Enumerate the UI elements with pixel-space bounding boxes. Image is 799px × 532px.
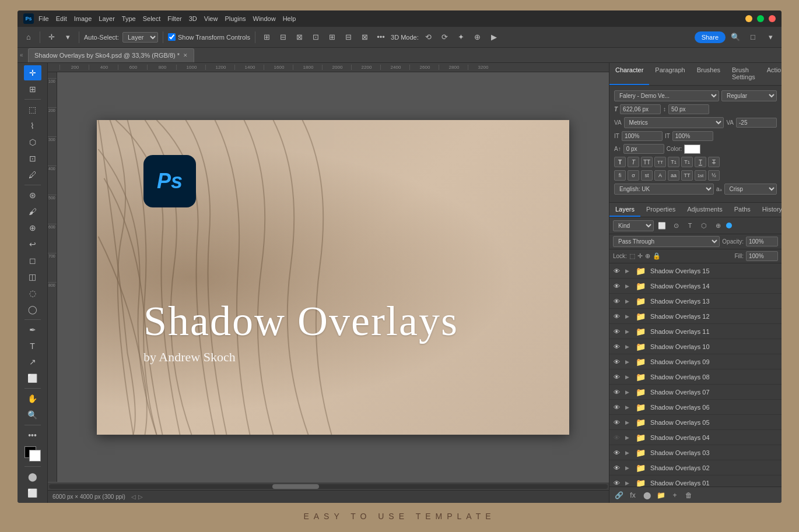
type-tool[interactable]: T [24,339,41,354]
auto-select-dropdown[interactable]: Layer Group [122,32,158,43]
tab-paths[interactable]: Paths [728,203,756,217]
transform-controls-checkbox[interactable] [168,33,176,41]
layer-expand[interactable]: ▶ [623,374,630,380]
more-options[interactable]: ••• [374,31,387,44]
tab-close[interactable]: ✕ [183,52,188,58]
layer-item[interactable]: 👁 ▶ 📁 Shadow Overlays 06 [609,400,782,415]
history-brush[interactable]: ↩ [24,237,41,252]
3d-btn-1[interactable]: ⟲ [422,31,435,44]
healing-tool[interactable]: ⊛ [24,188,41,203]
3d-btn-3[interactable]: ✦ [455,31,468,44]
nav-arrow-right[interactable]: ▷ [138,494,143,500]
fill-input[interactable] [746,251,778,261]
nav-arrow-left[interactable]: ◁ [131,494,136,500]
allcaps-icon[interactable]: TT [641,157,653,167]
tab-brushes[interactable]: Brushes [691,63,726,85]
layers-filter-select[interactable]: Kind [613,220,654,231]
extra-tools[interactable]: ••• [24,428,41,443]
tracking-input[interactable] [736,118,777,128]
lock-pixels-icon[interactable]: ⬚ [629,252,635,260]
underline-icon[interactable]: T [695,157,706,167]
layer-item[interactable]: 👁 ▶ 📁 Shadow Overlays 12 [609,309,782,324]
align-center-h[interactable]: ⊟ [276,31,289,44]
aa-method-select[interactable]: Crisp [724,184,777,195]
menu-help[interactable]: Help [283,15,296,22]
layer-expand[interactable]: ▶ [623,283,630,290]
eyedropper-tool[interactable]: 🖊 [24,167,41,182]
tab-paragraph[interactable]: Paragraph [649,63,691,85]
move-tool-btn[interactable]: ✛ [24,65,41,80]
share-button[interactable]: Share [695,31,726,43]
lock-artboards-icon[interactable]: ⊕ [645,252,650,260]
scrollbar-horizontal[interactable] [48,482,609,490]
visibility-eye[interactable]: 👁 [612,281,621,291]
lock-all-icon[interactable]: 🔒 [653,252,661,260]
layer-expand[interactable]: ▶ [623,298,630,305]
panel-toggle[interactable]: ▾ [764,31,777,44]
layer-item[interactable]: 👁 ▶ 📁 Shadow Overlays 07 [609,385,782,400]
new-group-btn[interactable]: 📁 [655,489,667,501]
path-select[interactable]: ↗ [24,355,41,370]
menu-window[interactable]: Window [253,15,276,22]
visibility-eye[interactable]: 👁 [612,372,621,382]
visibility-eye[interactable]: 👁 [612,403,621,412]
kerning-select[interactable]: Metrics [624,117,724,128]
tab-adjustments[interactable]: Adjustments [681,203,728,217]
layer-expand[interactable]: ▶ [623,434,630,441]
color-swatch[interactable] [24,446,41,461]
opacity-input[interactable] [746,237,778,246]
blend-mode-select[interactable]: Pass Through Normal Multiply Screen [613,236,720,247]
align-left[interactable]: ⊞ [260,31,273,44]
layer-item[interactable]: 👁 ▶ 📁 Shadow Overlays 05 [609,415,782,430]
font-style-select[interactable]: Regular [721,90,777,101]
marquee-tool[interactable]: ⬚ [24,102,41,117]
aa2-icon[interactable]: aa [668,170,679,181]
layer-expand[interactable]: ▶ [623,328,630,335]
visibility-eye[interactable]: 👁 [612,463,621,473]
text-color-swatch[interactable] [684,145,700,154]
3d-btn-2[interactable]: ⟳ [439,31,451,44]
scrollbar-thumb[interactable] [272,484,319,489]
layer-item[interactable]: 👁 ▶ 📁 Shadow Overlays 08 [609,369,782,385]
visibility-eye[interactable]: 👁 [612,418,621,427]
layer-item[interactable]: 👁 ▶ 📁 Shadow Overlays 03 [609,445,782,460]
home-button[interactable]: ⌂ [22,31,35,44]
sigma-icon[interactable]: σ [628,170,639,181]
background-color[interactable] [29,450,41,461]
close-button[interactable] [769,15,776,22]
layer-item[interactable]: 👁 ▶ 📁 Shadow Overlays 04 [609,430,782,445]
layer-expand[interactable]: ▶ [623,419,630,426]
align-right[interactable]: ⊠ [293,31,306,44]
menu-view[interactable]: View [204,15,218,22]
aa-icon[interactable]: A [654,170,666,181]
dodge-tool[interactable]: ◯ [24,302,41,317]
layer-item[interactable]: 👁 ▶ 📁 Shadow Overlays 15 [609,263,782,279]
brush-tool[interactable]: 🖌 [24,204,41,219]
visibility-eye[interactable]: 👁 [612,312,621,321]
pen-tool[interactable]: ✒ [24,322,41,337]
align-top[interactable]: ⊡ [309,31,322,44]
visibility-eye[interactable]: 👁 [612,478,621,487]
layer-item[interactable]: 👁 ▶ 📁 Shadow Overlays 14 [609,279,782,294]
artboard-tool[interactable]: ⊞ [24,82,41,97]
move-dropdown[interactable]: ▾ [61,31,74,44]
baseline-input[interactable] [623,144,664,154]
shape-tool[interactable]: ⬜ [24,371,41,386]
language-select[interactable]: English: UK [614,184,714,195]
superscript-icon[interactable]: T1 [668,157,679,167]
menu-type[interactable]: Type [122,15,136,22]
layer-item[interactable]: 👁 ▶ 📁 Shadow Overlays 13 [609,294,782,309]
lasso-tool[interactable]: ⌇ [24,118,41,133]
v-scale-input[interactable] [672,131,713,141]
menu-select[interactable]: Select [143,15,161,22]
layer-item[interactable]: 👁 ▶ 📁 Shadow Overlays 01 [609,475,782,487]
ligature-icon[interactable]: fi [614,170,626,181]
menu-edit[interactable]: Edit [56,15,67,22]
screen-mode[interactable]: ⬜ [24,485,41,501]
fx-btn[interactable]: fx [627,489,639,501]
menu-layer[interactable]: Layer [99,15,115,22]
layer-expand[interactable]: ▶ [623,343,630,350]
distribute-h[interactable]: ⊠ [358,31,371,44]
visibility-eye[interactable]: 👁 [612,266,621,276]
zoom-tool[interactable]: 🔍 [24,407,41,422]
